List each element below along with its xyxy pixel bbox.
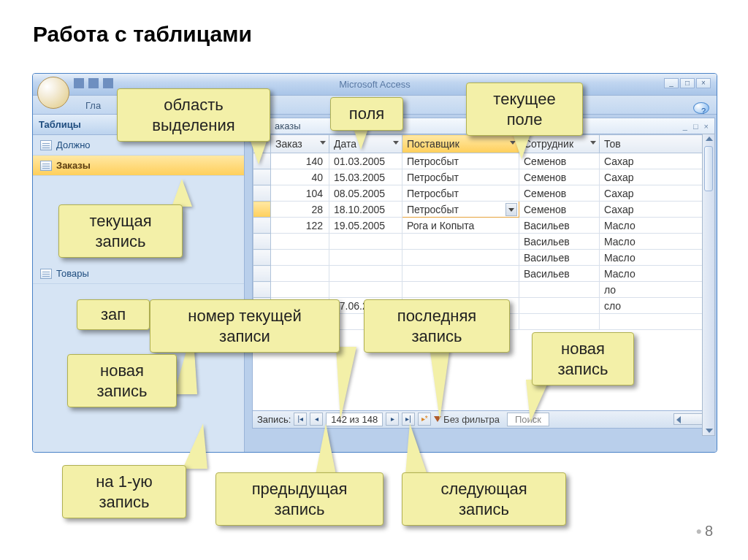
table-row: ВасильевМасло bbox=[253, 266, 714, 282]
callout-first-record: на 1-уюзапись bbox=[62, 465, 186, 518]
maximize-button[interactable]: □ bbox=[680, 78, 695, 88]
dropdown-icon[interactable] bbox=[393, 141, 399, 145]
callout-last-record: последняязапись bbox=[364, 299, 510, 353]
callout-fields: поля bbox=[330, 97, 403, 131]
callout-new-record-right: новаязапись bbox=[532, 332, 634, 386]
table-row: 14001.03.2005ПетросбытСеменовСахар bbox=[253, 153, 714, 169]
table-icon bbox=[40, 161, 52, 171]
callout-prev-record: предыдущаязапись bbox=[215, 472, 383, 526]
combo-dropdown-icon[interactable] bbox=[505, 203, 517, 216]
nav-item-label: Товары bbox=[56, 268, 89, 279]
help-icon[interactable]: ? bbox=[693, 102, 709, 114]
table-icon bbox=[40, 140, 52, 150]
table-row: ВасильевМасло bbox=[253, 234, 714, 250]
nav-item-label: Заказы bbox=[56, 160, 91, 171]
next-record-button[interactable]: ▸ bbox=[386, 413, 399, 426]
close-button[interactable]: × bbox=[696, 78, 711, 88]
minimize-button[interactable]: _ bbox=[664, 78, 679, 88]
callout-zap: зап bbox=[77, 299, 150, 330]
quick-access-toolbar[interactable] bbox=[74, 78, 113, 88]
datasheet-body[interactable]: 14001.03.2005ПетросбытСеменовСахар 4015.… bbox=[253, 153, 714, 410]
col-header[interactable]: Тов bbox=[600, 135, 714, 153]
first-record-button[interactable]: |◂ bbox=[294, 413, 307, 426]
doc-restore-icon[interactable]: □ bbox=[693, 122, 698, 131]
table-row: 4015.03.2005ПетросбытСеменовСахар bbox=[253, 169, 714, 185]
editing-cell[interactable]: Петросбыт bbox=[402, 202, 519, 218]
callout-current-rec-num: номер текущейзаписи bbox=[150, 299, 340, 353]
callout-next-record: следующаязапись bbox=[402, 472, 566, 526]
col-header[interactable]: Заказ bbox=[271, 135, 329, 153]
column-headers: Заказ Дата Поставщик Сотрудник Тов bbox=[253, 135, 714, 153]
table-row: ло bbox=[253, 282, 714, 298]
scroll-up-icon[interactable] bbox=[706, 137, 713, 141]
callout-current-field: текущееполе bbox=[466, 83, 583, 136]
record-label: Запись: bbox=[257, 414, 291, 425]
doc-min-icon[interactable]: _ bbox=[683, 122, 687, 131]
nav-item[interactable]: Товары bbox=[33, 264, 244, 284]
nav-item-label: Должно bbox=[56, 139, 91, 150]
scroll-down-icon[interactable] bbox=[706, 429, 713, 433]
table-row: ВасильевМасло bbox=[253, 250, 714, 266]
vertical-scrollbar[interactable] bbox=[702, 134, 715, 436]
qat-undo-icon[interactable] bbox=[88, 78, 99, 88]
qat-save-icon[interactable] bbox=[74, 78, 84, 88]
doc-close-icon[interactable]: × bbox=[704, 122, 709, 131]
page-number: 8 bbox=[695, 523, 713, 540]
dropdown-icon[interactable] bbox=[320, 141, 326, 145]
dropdown-icon[interactable] bbox=[590, 141, 596, 145]
col-header-current[interactable]: Поставщик bbox=[402, 135, 519, 153]
slide-title: Работа с таблицами bbox=[33, 22, 252, 47]
doc-tab-label: аказы bbox=[275, 120, 301, 131]
callout-selection-area: областьвыделения bbox=[117, 88, 270, 142]
table-row-current: 2818.10.2005ПетросбытСеменовСахар bbox=[253, 202, 714, 218]
table-row: 10408.05.2005ПетросбытСеменовСахар bbox=[253, 185, 714, 202]
callout-current-record: текущаязапись bbox=[58, 204, 183, 258]
table-row: 12219.05.2005Рога и КопытаВасильевМасло bbox=[253, 218, 714, 234]
qat-redo-icon[interactable] bbox=[103, 78, 113, 88]
nav-item-selected[interactable]: Заказы bbox=[33, 156, 244, 176]
row-selector-current[interactable] bbox=[253, 202, 271, 218]
ribbon-tab[interactable]: Гла bbox=[78, 97, 108, 114]
table-icon bbox=[40, 269, 52, 279]
app-title: Microsoft Access bbox=[339, 79, 411, 90]
datasheet: Заказ Дата Поставщик Сотрудник Тов 14001… bbox=[252, 134, 715, 429]
office-button[interactable] bbox=[37, 77, 69, 109]
callout-new-record-left: новаязапись bbox=[67, 354, 177, 407]
mdi-area: аказы _ □ × Заказ Дата Поставщик С bbox=[245, 115, 717, 452]
